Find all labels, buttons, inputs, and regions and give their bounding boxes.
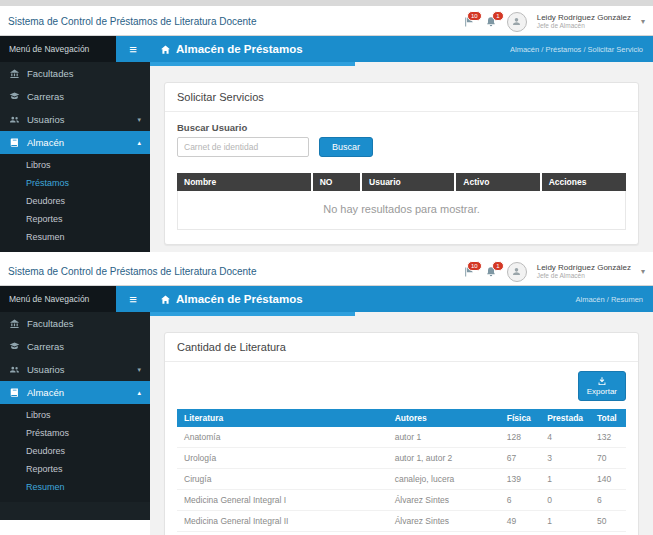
submenu-item-deudores[interactable]: Deudores	[0, 192, 150, 210]
cell-prestada: 1	[540, 511, 590, 532]
sidebar-item-facultades[interactable]: Facultades	[0, 62, 150, 85]
column-header-usuario[interactable]: Usuario	[361, 173, 455, 191]
user-menu[interactable]: Leidy Rodríguez González Jefe de Almacén	[537, 263, 631, 280]
cell-prestada: 0	[540, 532, 590, 535]
breadcrumb[interactable]: Almacén / Préstamos / Solicitar Servicio	[510, 45, 643, 54]
table-toolbar: Exportar	[165, 362, 638, 409]
cell-prestada: 1	[540, 469, 590, 490]
column-header-acciones[interactable]: Acciones	[541, 173, 626, 191]
sidebar-item-label: Carreras	[27, 91, 141, 102]
cell-autores: autor 1, autor 2	[388, 448, 500, 469]
column-header-total[interactable]: Total	[590, 409, 626, 427]
chevron-up-icon: ▴	[137, 139, 141, 147]
carnet-input[interactable]	[177, 137, 309, 157]
sidebar-item-carreras[interactable]: Carreras	[0, 85, 150, 108]
submenu-item-reportes[interactable]: Reportes	[0, 460, 150, 478]
messages-icon[interactable]: 10	[463, 266, 475, 278]
sidebar: Menú de Navegación ≡ Facultades Carreras…	[0, 286, 150, 535]
sidebar-item-usuarios[interactable]: Usuarios ▾	[0, 358, 150, 381]
column-header-no[interactable]: NO	[312, 173, 361, 191]
exportar-button[interactable]: Exportar	[578, 371, 626, 401]
submenu-item-deudores[interactable]: Deudores	[0, 442, 150, 460]
empty-results-message: No hay resultados para mostrar.	[177, 191, 626, 230]
messages-badge: 10	[467, 11, 482, 21]
literatura-table: Literatura Autores Física Prestada Total…	[177, 409, 626, 535]
app-title: Sistema de Control de Préstamos de Liter…	[8, 16, 256, 27]
sidebar-item-facultades[interactable]: Facultades	[0, 312, 150, 335]
chevron-down-icon: ▾	[137, 366, 141, 374]
cell-literatura: Medicina General Integral II	[177, 511, 388, 532]
cell-fisica: 139	[500, 469, 540, 490]
cell-prestada: 3	[540, 448, 590, 469]
topbar-right: 10 1 Leidy Rodríguez González Jefe de Al…	[463, 12, 645, 32]
column-header-literatura[interactable]: Literatura	[177, 409, 388, 427]
user-menu[interactable]: Leidy Rodríguez González Jefe de Almacén	[537, 13, 631, 30]
breadcrumb[interactable]: Almacén / Resumen	[575, 295, 643, 304]
submenu-item-prestamos[interactable]: Préstamos	[0, 174, 150, 192]
topbar: Sistema de Control de Préstamos de Liter…	[0, 258, 653, 286]
book-icon	[9, 137, 20, 148]
submenu-item-libros[interactable]: Libros	[0, 406, 150, 424]
submenu-item-resumen[interactable]: Resumen	[0, 478, 150, 496]
cell-autores: Álvarez Sintes	[388, 532, 500, 535]
submenu-item-prestamos[interactable]: Préstamos	[0, 424, 150, 442]
chevron-down-icon[interactable]: ▾	[641, 17, 645, 26]
cell-prestada: 4	[540, 427, 590, 448]
sidebar-item-almacen[interactable]: Almacén ▴	[0, 381, 150, 404]
column-header-activo[interactable]: Activo	[455, 173, 540, 191]
users-icon	[9, 114, 20, 125]
cell-literatura: Medicina General Integral I	[177, 490, 388, 511]
bank-icon	[9, 318, 20, 329]
cell-total: 6	[590, 532, 626, 535]
cell-fisica: 49	[500, 511, 540, 532]
notifications-bell-icon[interactable]: 1	[485, 266, 497, 278]
window-top-strip	[0, 0, 653, 6]
menu-toggle-button[interactable]: ≡	[116, 286, 150, 312]
content-area: Almacén de Préstamos Almacén / Resumen C…	[150, 286, 653, 535]
cell-total: 6	[590, 490, 626, 511]
cell-autores: autor 1	[388, 427, 500, 448]
submenu-item-libros[interactable]: Libros	[0, 156, 150, 174]
avatar[interactable]	[507, 12, 527, 32]
cell-total: 50	[590, 511, 626, 532]
cell-literatura: Cirugía	[177, 469, 388, 490]
sidebar-item-almacen[interactable]: Almacén ▴	[0, 131, 150, 154]
cell-literatura: Anatomía	[177, 427, 388, 448]
notifications-bell-icon[interactable]: 1	[485, 16, 497, 28]
buscar-button[interactable]: Buscar	[319, 137, 373, 157]
book-icon	[9, 387, 20, 398]
column-header-fisica[interactable]: Física	[500, 409, 540, 427]
cell-autores: Álvarez Sintes	[388, 511, 500, 532]
almacen-submenu: Libros Préstamos Deudores Reportes Resum…	[0, 154, 150, 252]
chevron-down-icon[interactable]: ▾	[641, 267, 645, 276]
app-title: Sistema de Control de Préstamos de Liter…	[8, 266, 256, 277]
chevron-down-icon: ▾	[137, 116, 141, 124]
results-table: Nombre NO Usuario Activo Acciones	[177, 173, 626, 191]
table-row: Urología autor 1, autor 2 67 3 70	[177, 448, 626, 469]
messages-icon[interactable]: 10	[463, 16, 475, 28]
chevron-up-icon: ▴	[137, 389, 141, 397]
submenu-item-resumen[interactable]: Resumen	[0, 228, 150, 246]
home-icon	[160, 294, 171, 305]
home-icon	[160, 44, 171, 55]
avatar[interactable]	[507, 262, 527, 282]
column-header-nombre[interactable]: Nombre	[177, 173, 312, 191]
submenu-item-reportes[interactable]: Reportes	[0, 210, 150, 228]
menu-toggle-button[interactable]: ≡	[116, 36, 150, 62]
cantidad-literatura-card: Cantidad de Literatura Exportar Literatu…	[164, 332, 639, 535]
column-header-prestada[interactable]: Prestada	[540, 409, 590, 427]
user-name: Leidy Rodríguez González	[537, 263, 631, 272]
cell-literatura: Urología	[177, 448, 388, 469]
topbar-right: 10 1 Leidy Rodríguez González Jefe de Al…	[463, 262, 645, 282]
page-title: Almacén de Préstamos	[176, 43, 303, 55]
notifications-badge: 1	[492, 261, 503, 271]
sidebar-item-carreras[interactable]: Carreras	[0, 335, 150, 358]
user-name: Leidy Rodríguez González	[537, 13, 631, 22]
sidebar-item-usuarios[interactable]: Usuarios ▾	[0, 108, 150, 131]
sidebar-item-label: Carreras	[27, 341, 141, 352]
column-header-autores[interactable]: Autores	[388, 409, 500, 427]
user-role: Jefe de Almacén	[537, 272, 631, 279]
almacen-submenu: Libros Préstamos Deudores Reportes Resum…	[0, 404, 150, 502]
table-row: Medicina General Integral III Álvarez Si…	[177, 532, 626, 535]
card-title: Solicitar Servicios	[165, 83, 638, 112]
